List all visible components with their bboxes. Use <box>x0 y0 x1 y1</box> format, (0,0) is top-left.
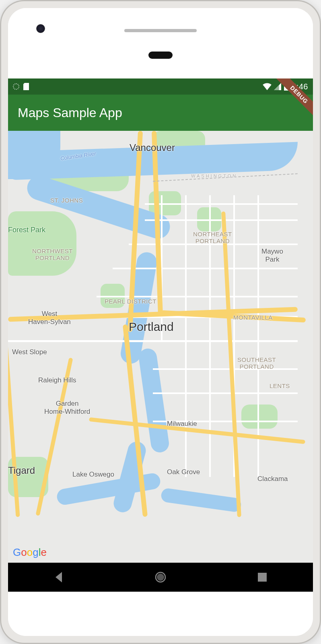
proximity-sensor <box>148 52 173 59</box>
map-label-tigard: Tigard <box>8 465 35 476</box>
map-label-oak-grove: Oak Grove <box>167 468 200 476</box>
phone-device-frame: 5:46 DEBUG Maps Sample App <box>0 0 321 644</box>
activity-spinner-icon <box>13 83 19 90</box>
park-area <box>241 405 278 429</box>
sd-card-icon <box>23 83 29 90</box>
android-nav-bar <box>8 563 313 592</box>
map-label-garden-home: Garden Home-Whitford <box>44 400 90 416</box>
map-label-milwaukie: Milwaukie <box>167 420 197 428</box>
map-label-west-haven: West Haven-Sylvan <box>28 310 71 326</box>
back-button[interactable] <box>52 570 66 584</box>
screen: 5:46 DEBUG Maps Sample App <box>8 78 313 592</box>
map-label-ne-portland: NORTHEAST PORTLAND <box>193 231 232 244</box>
app-bar: Maps Sample App <box>8 95 313 131</box>
cellular-signal-icon <box>274 83 281 90</box>
home-button[interactable] <box>154 570 167 584</box>
svg-point-3 <box>157 574 164 581</box>
river-area <box>160 487 242 512</box>
minor-road <box>97 296 298 297</box>
minor-road <box>153 392 298 394</box>
map-label-pearl-district: PEARL DISTRICT <box>105 298 156 305</box>
minor-road <box>145 203 298 205</box>
willamette-river <box>138 347 170 454</box>
forest-park-area <box>8 211 76 276</box>
svg-rect-4 <box>258 573 267 582</box>
recents-button[interactable] <box>255 570 269 584</box>
map-label-maywood-park: Maywo Park <box>261 248 283 264</box>
map-label-forest-park: Forest Park <box>8 226 45 234</box>
map-label-lents: LENTS <box>270 382 290 389</box>
minor-road <box>185 195 187 477</box>
wifi-icon <box>263 83 272 90</box>
minor-road <box>145 219 298 221</box>
map-label-portland: Portland <box>129 320 174 334</box>
map-label-montavilla: MONTAVILLA <box>233 314 273 321</box>
map-label-st-johns: ST. JOHNS <box>50 197 83 204</box>
map-label-se-portland: SOUTHEAST PORTLAND <box>237 356 276 370</box>
minor-road <box>8 340 298 342</box>
speaker-grille <box>124 29 197 32</box>
camera-dot <box>36 24 45 33</box>
map-label-lake-oswego: Lake Oswego <box>72 471 114 479</box>
status-bar: 5:46 <box>8 78 313 95</box>
map-label-nw-portland: NORTHWEST PORTLAND <box>32 248 73 261</box>
bezel-bottom <box>8 592 313 636</box>
app-title: Maps Sample App <box>18 105 122 120</box>
google-attribution-logo: Google <box>13 546 47 559</box>
map-label-clackamas: Clackama <box>257 475 288 483</box>
bezel-top <box>8 8 313 78</box>
map-label-vancouver: Vancouver <box>130 142 175 153</box>
map-label-raleigh-hills: Raleigh Hills <box>38 376 76 384</box>
google-map[interactable]: Vancouver Columbia River WASHINGTON ST. … <box>8 131 313 563</box>
map-label-west-slope: West Slope <box>12 348 47 356</box>
map-label-washington: WASHINGTON <box>191 173 237 178</box>
minor-road <box>113 268 298 269</box>
